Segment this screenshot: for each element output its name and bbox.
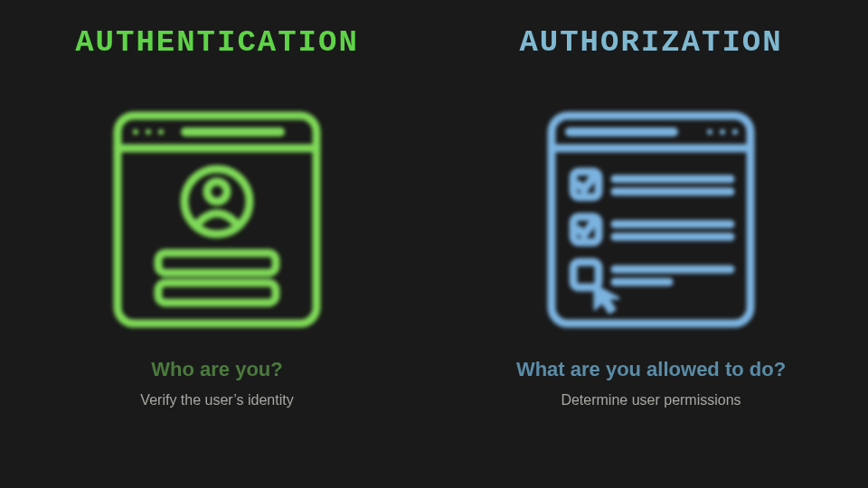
- authentication-login-icon: [90, 89, 344, 342]
- svg-rect-8: [158, 253, 276, 273]
- authentication-panel: AUTHENTICATION: [0, 0, 434, 488]
- authentication-question: Who are you?: [151, 358, 282, 381]
- authorization-title: AUTHORIZATION: [519, 25, 782, 60]
- svg-point-3: [146, 129, 151, 135]
- authorization-question: What are you allowed to do?: [516, 358, 786, 381]
- svg-point-4: [158, 129, 164, 135]
- svg-point-13: [720, 129, 725, 135]
- authorization-panel: AUTHORIZATION: [434, 0, 868, 488]
- svg-point-7: [207, 182, 227, 202]
- authorization-description: Determine user permissions: [561, 392, 741, 408]
- authentication-description: Verify the user’s identity: [140, 392, 293, 408]
- svg-point-2: [133, 129, 138, 135]
- svg-point-14: [732, 129, 738, 135]
- svg-rect-9: [158, 283, 276, 303]
- authentication-title: AUTHENTICATION: [75, 25, 359, 60]
- authorization-permissions-icon: [524, 89, 778, 342]
- svg-point-12: [707, 129, 712, 135]
- svg-rect-22: [573, 262, 599, 287]
